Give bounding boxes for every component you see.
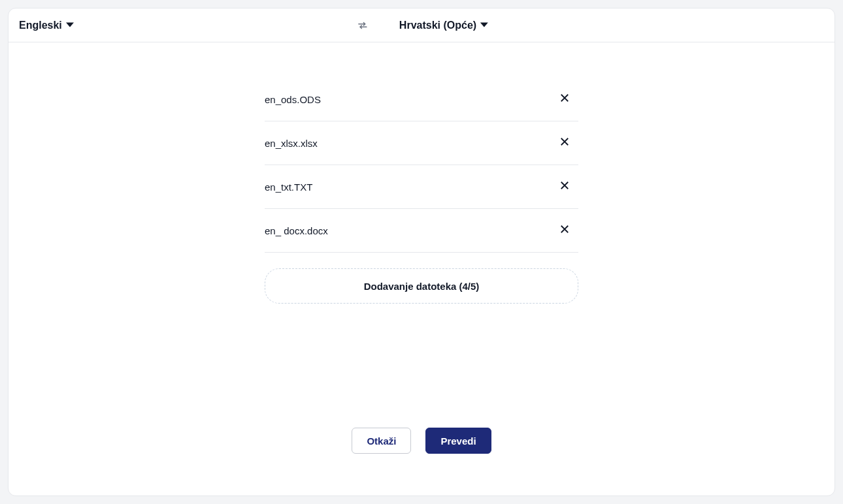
file-row: en_ docx.docx bbox=[265, 209, 578, 253]
file-row: en_ods.ODS bbox=[265, 78, 578, 121]
files-list: en_ods.ODS en_xlsx.xlsx en_txt.TXT bbox=[265, 78, 578, 253]
source-language-selector[interactable]: Engleski bbox=[19, 20, 74, 31]
target-language-selector[interactable]: Hrvatski (Opće) bbox=[399, 20, 488, 31]
file-row: en_xlsx.xlsx bbox=[265, 121, 578, 165]
remove-file-button[interactable] bbox=[556, 178, 573, 195]
add-files-button[interactable]: Dodavanje datoteka (4/5) bbox=[265, 268, 578, 304]
file-name: en_txt.TXT bbox=[265, 181, 312, 193]
translation-panel: Engleski Hrvatski (Opće) bbox=[8, 8, 835, 496]
language-bar: Engleski Hrvatski (Opće) bbox=[8, 8, 835, 42]
close-icon bbox=[559, 180, 570, 194]
remove-file-button[interactable] bbox=[556, 91, 573, 108]
footer-actions: Otkaži Prevedi bbox=[8, 415, 835, 496]
swap-languages-button[interactable] bbox=[355, 18, 371, 33]
cancel-label: Otkaži bbox=[367, 435, 396, 447]
translate-label: Prevedi bbox=[440, 435, 476, 447]
remove-file-button[interactable] bbox=[556, 134, 573, 151]
file-name: en_ods.ODS bbox=[265, 94, 321, 105]
close-icon bbox=[559, 136, 570, 150]
swap-and-target: Hrvatski (Opće) bbox=[355, 18, 488, 33]
close-icon bbox=[559, 92, 570, 106]
file-name: en_xlsx.xlsx bbox=[265, 138, 318, 149]
remove-file-button[interactable] bbox=[556, 222, 573, 239]
caret-down-icon bbox=[480, 20, 488, 31]
caret-down-icon bbox=[66, 20, 74, 31]
target-language-label: Hrvatski (Opće) bbox=[399, 20, 476, 31]
translate-button[interactable]: Prevedi bbox=[425, 428, 491, 454]
file-row: en_txt.TXT bbox=[265, 165, 578, 209]
close-icon bbox=[559, 223, 570, 238]
files-area: en_ods.ODS en_xlsx.xlsx en_txt.TXT bbox=[8, 42, 835, 415]
add-files-label: Dodavanje datoteka (4/5) bbox=[364, 281, 480, 292]
file-name: en_ docx.docx bbox=[265, 225, 328, 236]
source-language-label: Engleski bbox=[19, 20, 62, 31]
cancel-button[interactable]: Otkaži bbox=[352, 428, 411, 454]
